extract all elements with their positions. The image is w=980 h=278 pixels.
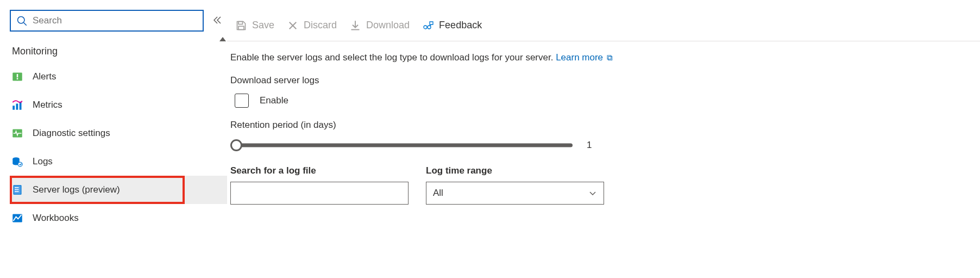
enable-label: Enable <box>260 95 288 106</box>
svg-line-1 <box>24 23 27 26</box>
retention-label: Retention period (in days) <box>230 120 980 131</box>
description: Enable the server logs and select the lo… <box>227 41 980 63</box>
download-server-logs-label: Download server logs <box>230 75 980 86</box>
svg-rect-13 <box>15 187 19 188</box>
save-icon <box>236 20 247 31</box>
save-label: Save <box>252 20 274 31</box>
search-log-label: Search for a log file <box>230 165 409 176</box>
alerts-icon <box>12 71 23 82</box>
logs-icon <box>12 156 23 167</box>
sidebar-item-logs[interactable]: Logs <box>10 147 227 176</box>
svg-rect-18 <box>238 26 244 29</box>
sidebar-section-heading: Monitoring <box>12 46 227 57</box>
description-text: Enable the server logs and select the lo… <box>230 52 553 63</box>
retention-slider[interactable] <box>230 139 573 151</box>
download-icon <box>350 20 361 31</box>
sidebar-item-workbooks[interactable]: Workbooks <box>10 204 227 232</box>
slider-track <box>236 144 573 147</box>
sidebar-item-metrics[interactable]: Metrics <box>10 91 227 119</box>
sidebar-item-server-logs[interactable]: Server logs (preview) <box>10 176 227 204</box>
chevron-down-icon <box>588 189 597 197</box>
svg-rect-6 <box>16 104 18 110</box>
svg-rect-4 <box>17 78 18 80</box>
svg-point-0 <box>18 17 25 24</box>
sidebar-item-label: Alerts <box>33 71 56 82</box>
discard-label: Discard <box>304 20 337 31</box>
svg-rect-5 <box>12 106 15 110</box>
sidebar-search-input[interactable] <box>33 15 197 26</box>
server-logs-icon <box>12 184 23 195</box>
svg-rect-3 <box>17 74 18 77</box>
sidebar-item-label: Diagnostic settings <box>33 128 110 139</box>
learn-more-link[interactable]: Learn more ⧉ <box>556 52 613 63</box>
retention-value: 1 <box>587 140 592 151</box>
download-label: Download <box>366 20 410 31</box>
download-button[interactable]: Download <box>350 20 410 31</box>
svg-rect-14 <box>15 189 19 190</box>
svg-rect-17 <box>238 21 243 24</box>
collapse-sidebar-icon[interactable] <box>210 15 224 27</box>
discard-icon <box>287 20 298 31</box>
sidebar-item-diagnostic-settings[interactable]: Diagnostic settings <box>10 119 227 147</box>
diagnostic-icon <box>12 128 23 139</box>
svg-point-24 <box>428 26 431 29</box>
slider-thumb[interactable] <box>230 139 242 151</box>
svg-point-10 <box>18 162 22 166</box>
workbooks-icon <box>12 213 23 224</box>
timerange-label: Log time range <box>426 165 604 176</box>
save-button[interactable]: Save <box>236 20 274 31</box>
sidebar-item-alerts[interactable]: Alerts <box>10 63 227 91</box>
scroll-up-icon[interactable] <box>219 37 226 41</box>
sidebar-item-label: Server logs (preview) <box>33 184 120 195</box>
timerange-value: All <box>433 188 443 199</box>
feedback-button[interactable]: Feedback <box>423 20 482 31</box>
main-content: Save Discard Download Feedback Enable th… <box>227 0 980 278</box>
search-icon <box>16 15 27 26</box>
search-log-input[interactable] <box>230 182 409 205</box>
feedback-icon <box>423 20 434 31</box>
sidebar: Monitoring Alerts Metrics Diagnostic set… <box>0 0 227 278</box>
metrics-icon <box>12 100 23 110</box>
feedback-label: Feedback <box>439 20 482 31</box>
toolbar: Save Discard Download Feedback <box>227 20 980 41</box>
svg-point-23 <box>424 26 427 29</box>
sidebar-item-label: Workbooks <box>33 213 79 224</box>
sidebar-item-label: Logs <box>33 156 53 167</box>
sidebar-search[interactable] <box>10 10 204 32</box>
external-link-icon: ⧉ <box>607 53 613 62</box>
enable-checkbox[interactable] <box>235 94 249 108</box>
discard-button[interactable]: Discard <box>287 20 337 31</box>
timerange-select[interactable]: All <box>426 182 604 205</box>
sidebar-item-label: Metrics <box>33 100 62 110</box>
svg-rect-15 <box>15 191 19 193</box>
